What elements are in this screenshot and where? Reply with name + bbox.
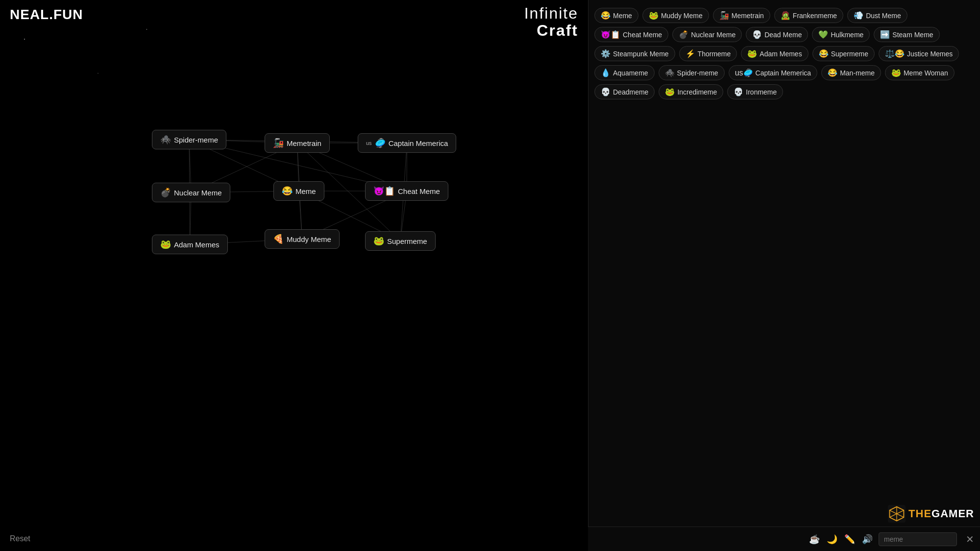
item-label: Captain Memerica: [756, 69, 811, 77]
sidebar-item[interactable]: 🧟 Frankenmeme: [774, 8, 843, 23]
sidebar-item[interactable]: 😈📋 Cheat Meme: [594, 27, 668, 42]
sidebar-item[interactable]: ⚖️😂 Justice Memes: [879, 46, 959, 61]
item-label: Supermeme: [831, 50, 868, 58]
moon-icon[interactable]: 🌙: [827, 534, 837, 545]
item-label: Frankenmeme: [793, 12, 837, 20]
item-label: Cheat Meme: [623, 31, 662, 39]
item-label: Aquameme: [613, 69, 648, 77]
node-icon-captain: 🥏: [375, 138, 386, 148]
sidebar-item[interactable]: 💀 Dead Meme: [746, 27, 808, 42]
node-spider-meme[interactable]: 🕷️ Spider-meme: [152, 130, 226, 149]
pen-icon[interactable]: ✏️: [844, 534, 855, 545]
sidebar-item[interactable]: 💀 Deadmeme: [594, 84, 655, 99]
item-label: Nuclear Meme: [691, 31, 735, 39]
item-icon: 💣: [679, 30, 688, 39]
item-icon: 🕷️: [665, 68, 675, 77]
item-icon: 💧: [601, 68, 611, 77]
reset-button[interactable]: Reset: [10, 534, 30, 543]
item-icon: 💚: [818, 30, 828, 39]
node-supermeme[interactable]: 🐸 Supermeme: [365, 231, 436, 251]
svg-point-3: [147, 29, 147, 30]
us-prefix: us: [366, 140, 372, 146]
svg-point-0: [24, 39, 25, 40]
sidebar-item[interactable]: 💣 Nuclear Meme: [672, 27, 742, 42]
node-nuclear[interactable]: 💣 Nuclear Meme: [152, 183, 230, 202]
node-label-meme: Meme: [295, 187, 316, 195]
node-label-captain: Captain Memerica: [389, 139, 448, 147]
right-panel: 😂 Meme🐸 Muddy Meme🚂 Memetrain🧟 Frankenme…: [588, 0, 980, 551]
item-icon: 😈📋: [601, 30, 620, 39]
item-label: Hulkmeme: [831, 31, 863, 39]
app-title-line1: Infinite: [524, 5, 578, 22]
item-label: Ironmeme: [746, 88, 777, 96]
item-icon: us🥏: [735, 68, 753, 77]
item-icon: 😂: [819, 49, 829, 58]
node-captain[interactable]: us 🥏 Captain Memerica: [358, 133, 456, 153]
sidebar-item[interactable]: 🐸 Incredimeme: [659, 84, 723, 99]
item-label: Incredimeme: [677, 88, 717, 96]
node-icon-memetrain: 🚂: [273, 138, 284, 148]
coffee-icon[interactable]: ☕: [809, 534, 820, 545]
node-cheat[interactable]: 😈📋 Cheat Meme: [365, 181, 448, 201]
item-label: Thormeme: [698, 50, 731, 58]
item-label: Dust Meme: [866, 12, 901, 20]
item-icon: 🧟: [781, 11, 790, 20]
item-icon: 🐸: [649, 11, 659, 20]
item-icon: 😂: [828, 68, 837, 77]
thegamer-emblem-icon: [888, 505, 906, 523]
node-icon-cheat: 😈📋: [373, 186, 395, 196]
node-label-memetrain: Memetrain: [287, 139, 321, 147]
bottom-icons: ☕ 🌙 ✏️ 🔊: [809, 534, 873, 545]
item-label: Justice Memes: [907, 50, 953, 58]
sidebar-item[interactable]: 🚂 Memetrain: [713, 8, 770, 23]
sidebar-item[interactable]: 🐸 Meme Woman: [885, 65, 955, 80]
sidebar-item[interactable]: 😂 Meme: [594, 8, 638, 23]
sidebar-item[interactable]: 🕷️ Spider-meme: [659, 65, 725, 80]
item-label: Muddy Meme: [661, 12, 703, 20]
item-icon: 🐸: [891, 68, 901, 77]
item-label: Steampunk Meme: [613, 50, 669, 58]
sidebar-item[interactable]: 😂 Supermeme: [812, 46, 875, 61]
sidebar-item[interactable]: 💨 Dust Meme: [847, 8, 907, 23]
sidebar-item[interactable]: ⚡ Thormeme: [679, 46, 737, 61]
node-icon-spider-meme: 🕷️: [160, 134, 171, 145]
sidebar-item[interactable]: 😂 Man-meme: [821, 65, 881, 80]
node-muddy[interactable]: 🍕 Muddy Meme: [265, 229, 340, 249]
item-label: Memetrain: [732, 12, 764, 20]
connections-svg: [0, 0, 588, 551]
sidebar-item[interactable]: 💧 Aquameme: [594, 65, 655, 80]
node-icon-adam: 🐸: [160, 239, 171, 250]
svg-point-2: [98, 73, 98, 73]
item-label: Steam Meme: [892, 31, 933, 39]
thegamer-text: THEGAMER: [908, 507, 974, 520]
sidebar-item[interactable]: 💚 Hulkmeme: [812, 27, 870, 42]
node-meme[interactable]: 😂 Meme: [273, 181, 324, 201]
item-icon: 💀: [601, 87, 611, 96]
node-memetrain[interactable]: 🚂 Memetrain: [265, 133, 330, 153]
sidebar-item[interactable]: 🐸 Muddy Meme: [642, 8, 709, 23]
node-label-supermeme: Supermeme: [387, 237, 427, 245]
sidebar-item[interactable]: 💀 Ironmeme: [727, 84, 783, 99]
item-icon: 💀: [752, 30, 762, 39]
close-button[interactable]: ✕: [966, 533, 974, 545]
node-label-nuclear: Nuclear Meme: [174, 189, 222, 197]
sidebar-item[interactable]: ⚙️ Steampunk Meme: [594, 46, 675, 61]
item-label: Dead Meme: [764, 31, 802, 39]
volume-icon[interactable]: 🔊: [862, 534, 873, 545]
item-icon: 😂: [601, 11, 611, 20]
item-icon: 💨: [854, 11, 863, 20]
item-icon: 🐸: [665, 87, 675, 96]
item-icon: ➡️: [880, 30, 890, 39]
app-title-line2: Craft: [524, 22, 578, 39]
canvas-area[interactable]: 🕷️ Spider-meme 🚂 Memetrainus 🥏 Captain M…: [0, 0, 588, 551]
item-label: Deadmeme: [613, 88, 648, 96]
search-input[interactable]: [879, 532, 957, 546]
node-label-muddy: Muddy Meme: [287, 235, 331, 243]
sidebar-item[interactable]: us🥏 Captain Memerica: [729, 65, 818, 80]
sidebar-item[interactable]: ➡️ Steam Meme: [874, 27, 939, 42]
node-icon-nuclear: 💣: [160, 187, 171, 198]
item-icon: 💀: [734, 87, 743, 96]
bottom-bar: THEGAMER ☕ 🌙 ✏️ 🔊 ✕: [588, 527, 980, 551]
node-adam[interactable]: 🐸 Adam Memes: [152, 235, 228, 254]
sidebar-item[interactable]: 🐸 Adam Memes: [741, 46, 808, 61]
